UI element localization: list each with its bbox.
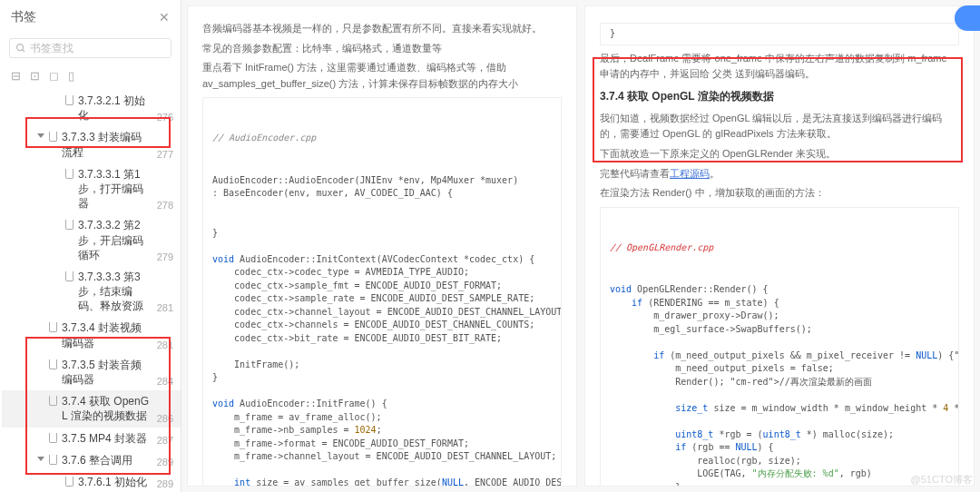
paragraph: 下面就改造一下原来定义的 OpenGLRender 来实现。 bbox=[600, 146, 959, 162]
code-block: // OpenGLRender.cpp void OpenGLRender::R… bbox=[600, 207, 959, 487]
bookmark-icon bbox=[65, 169, 74, 179]
watermark: @51CTO博客 bbox=[911, 473, 973, 487]
bookmark-icon bbox=[49, 359, 57, 369]
paragraph: 最后，DealFrame 需要将 one_frame 中保存的左右声道的数据复制… bbox=[600, 51, 959, 83]
paragraph: 我们知道，视频数据经过 OpenGL 编辑以后，是无法直接送到编码器进行编码的，… bbox=[600, 111, 959, 143]
bookmarks-search[interactable] bbox=[9, 38, 172, 58]
bookmark-item[interactable]: 3.7.4 获取 OpenGL 渲染的视频数据286 bbox=[2, 390, 181, 427]
bookmarks-panel: 书签 ✕ ⊟ ⊡ ◻ ▯ 3.7.3.2.1 初始化276 3.7.3.3 封装… bbox=[0, 0, 181, 492]
collapse-all-icon[interactable]: ⊟ bbox=[11, 69, 21, 83]
bookmark-item[interactable]: 3.7.3.2.1 初始化276 bbox=[2, 90, 181, 126]
page-right[interactable]: } 最后，DealFrame 需要将 one_frame 中保存的左右声道的数据… bbox=[584, 5, 975, 487]
bookmark-icon bbox=[49, 132, 57, 142]
bookmark-alt-icon[interactable]: ▯ bbox=[68, 69, 74, 83]
bookmark-icon bbox=[65, 477, 74, 487]
code-block: // AudioEncoder.cpp AudioEncoder::AudioE… bbox=[202, 97, 562, 487]
bookmark-item[interactable]: 3.7.3.3.3 第3步，结束编码、释放资源281 bbox=[2, 266, 181, 318]
section-title: 3.7.4 获取 OpenGL 渲染的视频数据 bbox=[600, 88, 959, 105]
bookmark-icon bbox=[49, 433, 57, 443]
code-filename: // AudioEncoder.cpp bbox=[212, 132, 552, 145]
svg-line-1 bbox=[23, 50, 25, 53]
bookmark-item[interactable]: 3.7.6 整合调用289 bbox=[2, 449, 181, 471]
reader-content: 音频编码器基本视频是一样的，只是参数配置有所不同。直接来看实现就好。 常见的音频… bbox=[181, 0, 980, 492]
paragraph: 完整代码请查看工程源码。 bbox=[600, 166, 959, 182]
caret-down-icon[interactable] bbox=[37, 457, 44, 461]
caret-down-icon[interactable] bbox=[37, 133, 44, 138]
bookmark-item[interactable]: 3.7.3.3.2 第2步，开启编码循环279 bbox=[2, 214, 181, 266]
bookmark-icon bbox=[49, 322, 57, 332]
bookmarks-toolbar: ⊟ ⊡ ◻ ▯ bbox=[0, 65, 181, 90]
bookmark-icon bbox=[65, 95, 74, 105]
expand-all-icon[interactable]: ⊡ bbox=[30, 69, 40, 83]
bookmark-item[interactable]: 3.7.3.5 封装音频编码器284 bbox=[2, 354, 181, 390]
paragraph: 重点看下 InitFrame() 方法，这里需要通过通道数、编码格式等，借助 a… bbox=[202, 60, 562, 92]
bookmark-icon bbox=[49, 455, 57, 465]
paragraph: 常见的音频参数配置：比特率，编码格式，通道数量等 bbox=[202, 41, 562, 57]
bookmark-item[interactable]: 3.7.5 MP4 封装器287 bbox=[2, 428, 181, 449]
paragraph: 在渲染方法 Render() 中，增加获取的画面的方法： bbox=[600, 185, 959, 202]
bookmark-icon bbox=[65, 220, 74, 230]
paragraph: 音频编码器基本视频是一样的，只是参数配置有所不同。直接来看实现就好。 bbox=[202, 21, 562, 37]
bookmark-item[interactable]: 3.7.3.3 封装编码流程277 bbox=[2, 126, 181, 162]
bookmarks-list: 3.7.3.2.1 初始化276 3.7.3.3 封装编码流程277 3.7.3… bbox=[0, 90, 181, 492]
search-icon bbox=[15, 43, 26, 54]
search-input[interactable] bbox=[30, 42, 165, 54]
bookmark-icon[interactable]: ◻ bbox=[49, 69, 59, 83]
source-code-link[interactable]: 工程源码 bbox=[670, 168, 710, 179]
bookmark-icon bbox=[49, 396, 57, 406]
code-filename: // OpenGLRender.cpp bbox=[610, 241, 949, 255]
svg-point-0 bbox=[17, 44, 24, 51]
code-content: void OpenGLRender::Render() { if (RENDER… bbox=[610, 283, 949, 487]
bookmark-item[interactable]: 3.7.6.1 初始化289 bbox=[2, 471, 181, 492]
bookmark-item[interactable]: 3.7.3.3.1 第1步，打开编码器278 bbox=[2, 163, 181, 215]
side-tab[interactable] bbox=[955, 5, 980, 31]
code-content: AudioEncoder::AudioEncoder(JNIEnv *env, … bbox=[212, 174, 552, 487]
close-icon[interactable]: ✕ bbox=[159, 10, 170, 25]
bookmark-icon bbox=[65, 271, 74, 281]
bookmark-item[interactable]: 3.7.3.4 封装视频编码器281 bbox=[2, 317, 181, 353]
page-left[interactable]: 音频编码器基本视频是一样的，只是参数配置有所不同。直接来看实现就好。 常见的音频… bbox=[187, 5, 577, 487]
bookmarks-title: 书签 bbox=[11, 9, 36, 25]
code-block-tail: } bbox=[600, 23, 959, 45]
